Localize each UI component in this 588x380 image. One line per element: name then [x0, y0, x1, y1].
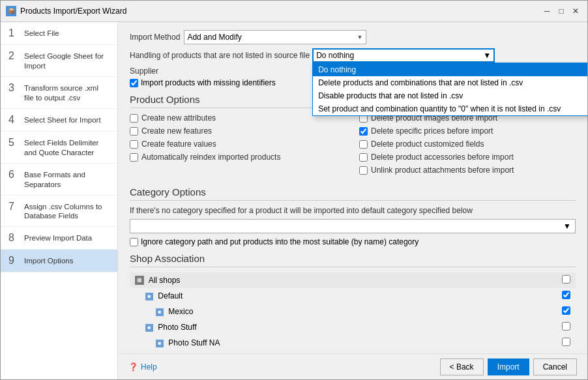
reindex-label: Automatically reindex imported products — [141, 153, 280, 162]
import-method-row: Import Method Add and Modify Add only Mo… — [130, 30, 576, 44]
app-icon: 📦 — [6, 6, 16, 16]
minimize-button[interactable]: ─ — [540, 5, 553, 18]
shop-row-photo-stuff: ■ Photo Stuff — [130, 319, 576, 335]
maximize-button[interactable]: □ — [555, 5, 568, 18]
sidebar-num-3: 3 — [8, 82, 19, 94]
import-missing-checkbox[interactable] — [130, 79, 138, 87]
sidebar-item-8[interactable]: 8Preview Import Data — [1, 227, 117, 250]
category-dropdown-arrow: ▼ — [563, 222, 571, 231]
shop-photo-na-name: ■ Photo Stuff NA — [130, 335, 556, 351]
sidebar-num-1: 1 — [8, 27, 19, 39]
handling-row: Handling of products that are not listed… — [130, 48, 576, 63]
dropdown-item-delete-combos[interactable]: Delete products and combinations that ar… — [313, 76, 587, 89]
dropdown-item-do-nothing[interactable]: Do nothing — [313, 63, 587, 76]
shop-row-mexico: ■ Mexico — [130, 304, 576, 319]
photo-stuff-icon: ■ — [145, 324, 153, 332]
dropdown-item-disable-products[interactable]: Disable products that are not listed in … — [313, 89, 587, 102]
help-icon: ❓ — [128, 362, 138, 372]
sidebar-num-7: 7 — [8, 201, 19, 212]
sidebar-label-9: Import Options — [24, 255, 73, 266]
sidebar: 1Select File2Select Google Sheet for Imp… — [1, 22, 118, 379]
all-shops-checkbox[interactable] — [562, 275, 570, 284]
create-features-label: Create new features — [141, 126, 212, 136]
product-options-right: Delete product images before import Dele… — [359, 113, 576, 179]
cancel-button[interactable]: Cancel — [533, 358, 577, 375]
import-method-dropdown-wrap: Add and Modify Add only Modify only — [184, 30, 366, 44]
create-attributes-checkbox[interactable] — [130, 114, 138, 123]
category-dropdown-wrap: ▼ — [130, 219, 576, 233]
footer-buttons: < Back Import Cancel — [440, 358, 577, 375]
shop-photo-na-checkbox-cell — [556, 335, 576, 351]
create-feature-values-checkbox[interactable] — [130, 140, 138, 149]
mexico-shop-icon: ■ — [156, 308, 164, 316]
option-delete-accessories: Delete product accessories before import — [359, 153, 576, 162]
dropdown-item-set-quantity[interactable]: Set product and combination quantity to … — [313, 102, 587, 115]
ignore-category-checkbox[interactable] — [130, 238, 138, 246]
footer: ❓ Help < Back Import Cancel — [118, 353, 587, 379]
default-shop-checkbox[interactable] — [562, 291, 570, 299]
sidebar-num-4: 4 — [8, 114, 19, 126]
sidebar-label-6: Base Formats and Separators — [24, 169, 110, 190]
unlink-attachments-label: Unlink product attachments before import — [371, 166, 514, 175]
shop-all-checkbox-cell — [556, 272, 576, 288]
photo-stuff-checkbox[interactable] — [562, 322, 570, 330]
category-options-title: Category Options — [130, 186, 576, 201]
close-button[interactable]: ✕ — [569, 5, 582, 18]
handling-label: Handling of products that are not listed… — [130, 51, 310, 60]
reindex-checkbox[interactable] — [130, 153, 138, 162]
product-options-left: Create new attributes Create new feature… — [130, 113, 346, 179]
mexico-shop-checkbox[interactable] — [562, 306, 570, 315]
photo-stuff-na-checkbox[interactable] — [562, 338, 570, 346]
sidebar-item-5[interactable]: 5Select Fields Delimiter and Quote Chara… — [1, 132, 117, 164]
help-link[interactable]: ❓ Help — [128, 362, 157, 372]
handling-dropdown-display[interactable]: Do nothing ▼ — [312, 48, 495, 63]
photo-stuff-na-icon: ■ — [156, 340, 164, 347]
main-content: Import Method Add and Modify Add only Mo… — [118, 22, 587, 353]
sidebar-item-2[interactable]: 2Select Google Sheet for Import — [1, 45, 117, 77]
supplier-label: Supplier — [130, 66, 158, 76]
create-attributes-label: Create new attributes — [141, 113, 216, 123]
delete-customized-label: Delete product customized fields — [371, 139, 484, 149]
import-button[interactable]: Import — [488, 358, 529, 375]
delete-accessories-label: Delete product accessories before import — [371, 153, 514, 162]
sidebar-num-8: 8 — [8, 232, 19, 244]
shop-all-name: ▦ All shops — [130, 272, 556, 288]
shop-row-all: ▦ All shops — [130, 272, 576, 288]
sidebar-label-1: Select File — [24, 27, 59, 38]
main-window: 📦 Products Import/Export Wizard ─ □ ✕ 1S… — [0, 0, 588, 380]
shop-table: ▦ All shops ■ Default — [130, 272, 576, 351]
titlebar-controls: ─ □ ✕ — [540, 5, 582, 18]
delete-accessories-checkbox[interactable] — [359, 153, 368, 162]
delete-customized-checkbox[interactable] — [359, 140, 368, 149]
sidebar-item-4[interactable]: 4Select Sheet for Import — [1, 109, 117, 132]
category-description: If there's no category specified for a p… — [130, 206, 576, 215]
help-label: Help — [141, 362, 157, 372]
option-reindex: Automatically reindex imported products — [130, 153, 346, 162]
delete-prices-checkbox[interactable] — [359, 127, 368, 136]
option-create-feature-values: Create feature values — [130, 139, 346, 149]
import-method-select[interactable]: Add and Modify Add only Modify only — [184, 30, 366, 44]
delete-prices-label: Delete specific prices before import — [371, 126, 493, 136]
handling-dropdown-list: Do nothing Delete products and combinati… — [312, 63, 587, 116]
sidebar-item-7[interactable]: 7Assign .csv Columns to Database Fields — [1, 196, 117, 227]
sidebar-label-5: Select Fields Delimiter and Quote Charac… — [24, 137, 110, 158]
titlebar-left: 📦 Products Import/Export Wizard — [6, 6, 126, 16]
option-create-features: Create new features — [130, 126, 346, 136]
sidebar-item-6[interactable]: 6Base Formats and Separators — [1, 164, 117, 196]
shop-default-name: ■ Default — [130, 288, 556, 304]
all-shops-icon: ▦ — [135, 276, 144, 285]
unlink-attachments-checkbox[interactable] — [359, 166, 368, 175]
sidebar-item-9[interactable]: 9Import Options — [1, 250, 117, 272]
handling-dropdown-wrap: Do nothing ▼ Do nothing Delete products … — [312, 48, 495, 63]
category-dropdown[interactable]: ▼ — [130, 219, 576, 233]
shop-default-checkbox-cell — [556, 288, 576, 304]
import-missing-label: Import products with missing identifiers — [141, 78, 276, 87]
shop-mexico-name: ■ Mexico — [130, 304, 556, 319]
back-button[interactable]: < Back — [440, 358, 484, 375]
sidebar-item-3[interactable]: 3Transform source .xml file to output .c… — [1, 77, 117, 109]
create-features-checkbox[interactable] — [130, 127, 138, 136]
sidebar-item-1[interactable]: 1Select File — [1, 22, 117, 45]
shop-photo-name: ■ Photo Stuff — [130, 319, 556, 335]
shop-association-title: Shop Association — [130, 253, 576, 267]
window-title: Products Import/Export Wizard — [20, 7, 126, 16]
